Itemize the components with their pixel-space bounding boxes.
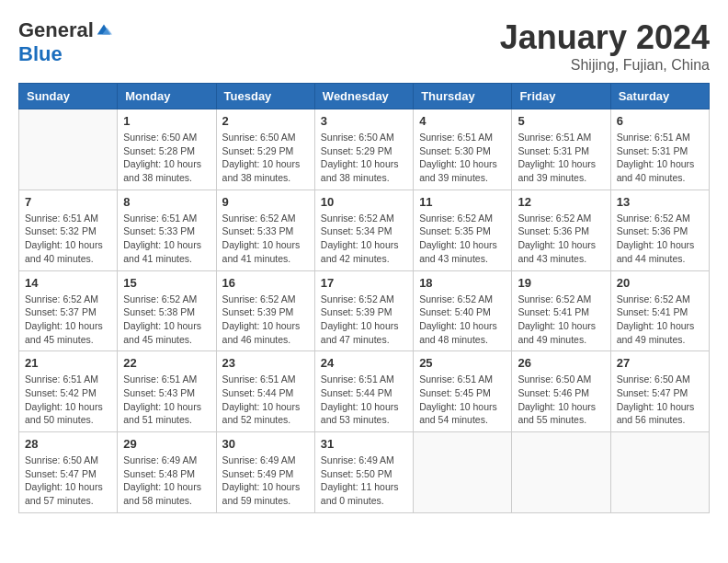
day-info: Sunrise: 6:52 AMSunset: 5:33 PMDaylight:… xyxy=(222,212,309,266)
day-number: 19 xyxy=(518,276,604,290)
column-header-thursday: Thursday xyxy=(414,84,512,109)
day-number: 27 xyxy=(617,356,703,370)
column-header-friday: Friday xyxy=(512,84,610,109)
column-header-monday: Monday xyxy=(118,84,216,109)
day-number: 15 xyxy=(123,276,210,290)
day-info: Sunrise: 6:52 AMSunset: 5:38 PMDaylight:… xyxy=(123,293,210,347)
calendar-cell: 6Sunrise: 6:51 AMSunset: 5:31 PMDaylight… xyxy=(610,109,709,190)
day-info: Sunrise: 6:50 AMSunset: 5:29 PMDaylight:… xyxy=(222,131,309,185)
day-number: 16 xyxy=(222,276,309,290)
day-number: 2 xyxy=(222,114,309,128)
day-number: 23 xyxy=(222,356,309,370)
calendar-cell: 9Sunrise: 6:52 AMSunset: 5:33 PMDaylight… xyxy=(216,190,314,270)
calendar-cell: 7Sunrise: 6:51 AMSunset: 5:32 PMDaylight… xyxy=(19,190,118,270)
calendar-cell: 30Sunrise: 6:49 AMSunset: 5:49 PMDayligh… xyxy=(216,432,314,513)
calendar-cell xyxy=(512,432,610,513)
day-number: 3 xyxy=(321,114,407,128)
day-info: Sunrise: 6:51 AMSunset: 5:31 PMDaylight:… xyxy=(518,131,604,185)
day-info: Sunrise: 6:52 AMSunset: 5:40 PMDaylight:… xyxy=(419,293,506,347)
day-info: Sunrise: 6:51 AMSunset: 5:30 PMDaylight:… xyxy=(419,131,506,185)
logo-blue-text: Blue xyxy=(18,42,63,66)
day-number: 7 xyxy=(25,195,111,209)
day-number: 21 xyxy=(25,356,111,370)
calendar-cell: 17Sunrise: 6:52 AMSunset: 5:39 PMDayligh… xyxy=(314,270,413,351)
calendar-table: SundayMondayTuesdayWednesdayThursdayFrid… xyxy=(18,83,710,513)
calendar-cell xyxy=(19,109,118,190)
calendar-cell: 31Sunrise: 6:49 AMSunset: 5:50 PMDayligh… xyxy=(314,432,413,513)
calendar-cell: 16Sunrise: 6:52 AMSunset: 5:39 PMDayligh… xyxy=(216,270,314,351)
day-info: Sunrise: 6:51 AMSunset: 5:42 PMDaylight:… xyxy=(25,373,111,427)
day-number: 13 xyxy=(617,195,703,209)
calendar-cell: 1Sunrise: 6:50 AMSunset: 5:28 PMDaylight… xyxy=(118,109,216,190)
calendar-cell: 26Sunrise: 6:50 AMSunset: 5:46 PMDayligh… xyxy=(512,351,610,432)
calendar-cell: 28Sunrise: 6:50 AMSunset: 5:47 PMDayligh… xyxy=(19,432,118,513)
day-number: 29 xyxy=(123,437,210,451)
day-info: Sunrise: 6:50 AMSunset: 5:29 PMDaylight:… xyxy=(321,131,407,185)
day-info: Sunrise: 6:51 AMSunset: 5:31 PMDaylight:… xyxy=(617,131,703,185)
day-info: Sunrise: 6:52 AMSunset: 5:36 PMDaylight:… xyxy=(617,212,703,266)
week-row-4: 21Sunrise: 6:51 AMSunset: 5:42 PMDayligh… xyxy=(19,351,710,432)
calendar-cell: 11Sunrise: 6:52 AMSunset: 5:35 PMDayligh… xyxy=(414,190,512,270)
day-info: Sunrise: 6:51 AMSunset: 5:44 PMDaylight:… xyxy=(222,373,309,427)
day-info: Sunrise: 6:51 AMSunset: 5:32 PMDaylight:… xyxy=(25,212,111,266)
column-header-tuesday: Tuesday xyxy=(216,84,314,109)
column-header-sunday: Sunday xyxy=(19,84,118,109)
day-info: Sunrise: 6:50 AMSunset: 5:46 PMDaylight:… xyxy=(518,373,604,427)
day-number: 12 xyxy=(518,195,604,209)
week-row-1: 1Sunrise: 6:50 AMSunset: 5:28 PMDaylight… xyxy=(19,109,710,190)
calendar-cell: 3Sunrise: 6:50 AMSunset: 5:29 PMDaylight… xyxy=(314,109,413,190)
day-info: Sunrise: 6:51 AMSunset: 5:43 PMDaylight:… xyxy=(123,373,210,427)
day-info: Sunrise: 6:50 AMSunset: 5:47 PMDaylight:… xyxy=(617,373,703,427)
calendar-header-row: SundayMondayTuesdayWednesdayThursdayFrid… xyxy=(19,84,710,109)
calendar-subtitle: Shijing, Fujian, China xyxy=(500,57,710,74)
day-info: Sunrise: 6:51 AMSunset: 5:44 PMDaylight:… xyxy=(321,373,407,427)
calendar-cell: 20Sunrise: 6:52 AMSunset: 5:41 PMDayligh… xyxy=(610,270,709,351)
day-number: 26 xyxy=(518,356,604,370)
calendar-cell: 15Sunrise: 6:52 AMSunset: 5:38 PMDayligh… xyxy=(118,270,216,351)
calendar-cell: 22Sunrise: 6:51 AMSunset: 5:43 PMDayligh… xyxy=(118,351,216,432)
calendar-cell: 23Sunrise: 6:51 AMSunset: 5:44 PMDayligh… xyxy=(216,351,314,432)
week-row-3: 14Sunrise: 6:52 AMSunset: 5:37 PMDayligh… xyxy=(19,270,710,351)
day-number: 10 xyxy=(321,195,407,209)
calendar-cell: 27Sunrise: 6:50 AMSunset: 5:47 PMDayligh… xyxy=(610,351,709,432)
calendar-cell: 8Sunrise: 6:51 AMSunset: 5:33 PMDaylight… xyxy=(118,190,216,270)
calendar-cell: 21Sunrise: 6:51 AMSunset: 5:42 PMDayligh… xyxy=(19,351,118,432)
day-number: 30 xyxy=(222,437,309,451)
day-info: Sunrise: 6:52 AMSunset: 5:39 PMDaylight:… xyxy=(222,293,309,347)
day-number: 18 xyxy=(419,276,506,290)
day-info: Sunrise: 6:51 AMSunset: 5:45 PMDaylight:… xyxy=(419,373,506,427)
day-info: Sunrise: 6:50 AMSunset: 5:47 PMDaylight:… xyxy=(25,454,111,508)
day-number: 14 xyxy=(25,276,111,290)
day-number: 25 xyxy=(419,356,506,370)
day-number: 1 xyxy=(123,114,210,128)
calendar-cell: 25Sunrise: 6:51 AMSunset: 5:45 PMDayligh… xyxy=(414,351,512,432)
calendar-cell: 4Sunrise: 6:51 AMSunset: 5:30 PMDaylight… xyxy=(414,109,512,190)
calendar-cell: 10Sunrise: 6:52 AMSunset: 5:34 PMDayligh… xyxy=(314,190,413,270)
day-number: 22 xyxy=(123,356,210,370)
calendar-cell: 5Sunrise: 6:51 AMSunset: 5:31 PMDaylight… xyxy=(512,109,610,190)
day-number: 24 xyxy=(321,356,407,370)
day-number: 28 xyxy=(25,437,111,451)
day-number: 17 xyxy=(321,276,407,290)
day-info: Sunrise: 6:49 AMSunset: 5:50 PMDaylight:… xyxy=(321,454,407,508)
title-section: January 2024 Shijing, Fujian, China xyxy=(500,18,710,74)
day-number: 8 xyxy=(123,195,210,209)
day-number: 31 xyxy=(321,437,407,451)
day-info: Sunrise: 6:50 AMSunset: 5:28 PMDaylight:… xyxy=(123,131,210,185)
day-number: 5 xyxy=(518,114,604,128)
calendar-cell: 18Sunrise: 6:52 AMSunset: 5:40 PMDayligh… xyxy=(414,270,512,351)
logo-icon xyxy=(96,21,112,38)
day-info: Sunrise: 6:52 AMSunset: 5:41 PMDaylight:… xyxy=(518,293,604,347)
calendar-cell: 24Sunrise: 6:51 AMSunset: 5:44 PMDayligh… xyxy=(314,351,413,432)
column-header-saturday: Saturday xyxy=(610,84,709,109)
logo: General Blue xyxy=(18,18,112,66)
day-info: Sunrise: 6:52 AMSunset: 5:35 PMDaylight:… xyxy=(419,212,506,266)
week-row-5: 28Sunrise: 6:50 AMSunset: 5:47 PMDayligh… xyxy=(19,432,710,513)
calendar-cell: 13Sunrise: 6:52 AMSunset: 5:36 PMDayligh… xyxy=(610,190,709,270)
column-header-wednesday: Wednesday xyxy=(314,84,413,109)
week-row-2: 7Sunrise: 6:51 AMSunset: 5:32 PMDaylight… xyxy=(19,190,710,270)
day-info: Sunrise: 6:51 AMSunset: 5:33 PMDaylight:… xyxy=(123,212,210,266)
day-number: 20 xyxy=(617,276,703,290)
day-info: Sunrise: 6:52 AMSunset: 5:41 PMDaylight:… xyxy=(617,293,703,347)
day-info: Sunrise: 6:52 AMSunset: 5:34 PMDaylight:… xyxy=(321,212,407,266)
